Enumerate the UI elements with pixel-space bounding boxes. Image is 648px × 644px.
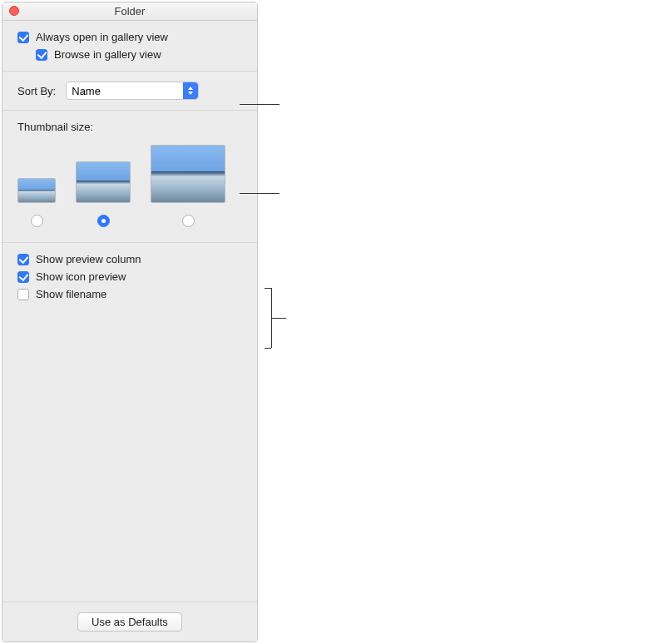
thumbnail-preview-small — [17, 178, 56, 203]
thumbnail-preview-medium — [76, 161, 131, 203]
browse-checkbox[interactable] — [36, 49, 47, 61]
callout-line — [240, 104, 279, 105]
thumbnail-size-small-radio[interactable] — [31, 215, 43, 227]
callout-bracket-bot — [265, 348, 271, 349]
sort-section: Sort By: Name — [2, 72, 257, 111]
view-options-panel: Folder Always open in gallery view Brows… — [2, 2, 258, 642]
close-icon[interactable] — [9, 6, 19, 16]
thumbnail-size-medium-radio[interactable] — [97, 215, 110, 227]
browse-row[interactable]: Browse in gallery view — [17, 48, 242, 61]
show-preview-column-row[interactable]: Show preview column — [17, 253, 242, 265]
callout-line — [240, 193, 279, 194]
sort-by-popup[interactable]: Name — [66, 82, 199, 100]
footer: Use as Defaults — [2, 602, 257, 642]
browse-label: Browse in gallery view — [54, 48, 161, 61]
thumbnail-preview-large — [151, 145, 225, 203]
show-filename-row[interactable]: Show filename — [17, 288, 242, 300]
window-title: Folder — [115, 5, 146, 17]
show-filename-label: Show filename — [36, 288, 106, 300]
titlebar: Folder — [2, 2, 257, 21]
show-filename-checkbox[interactable] — [17, 289, 29, 300]
options-section: Show preview column Show icon preview Sh… — [2, 243, 257, 310]
thumbnail-section: Thumbnail size: — [2, 111, 257, 243]
use-as-defaults-button[interactable]: Use as Defaults — [77, 612, 182, 632]
use-as-defaults-label: Use as Defaults — [92, 616, 168, 628]
show-icon-preview-label: Show icon preview — [36, 270, 126, 283]
thumbnail-size-large-radio[interactable] — [182, 215, 195, 227]
show-preview-column-checkbox[interactable] — [17, 254, 29, 265]
show-preview-column-label: Show preview column — [36, 253, 141, 265]
always-open-label: Always open in gallery view — [36, 31, 168, 43]
always-open-checkbox[interactable] — [17, 32, 29, 43]
callout-bracket-stem — [271, 318, 286, 319]
gallery-view-section: Always open in gallery view Browse in ga… — [2, 21, 257, 72]
show-icon-preview-row[interactable]: Show icon preview — [17, 270, 242, 283]
show-icon-preview-checkbox[interactable] — [17, 271, 29, 283]
callout-bracket-top — [265, 288, 271, 289]
sort-value: Name — [72, 85, 101, 97]
updown-icon — [183, 82, 198, 99]
thumbnail-size-label: Thumbnail size: — [17, 121, 242, 133]
sort-label: Sort By: — [17, 85, 56, 97]
always-open-row[interactable]: Always open in gallery view — [17, 31, 242, 43]
